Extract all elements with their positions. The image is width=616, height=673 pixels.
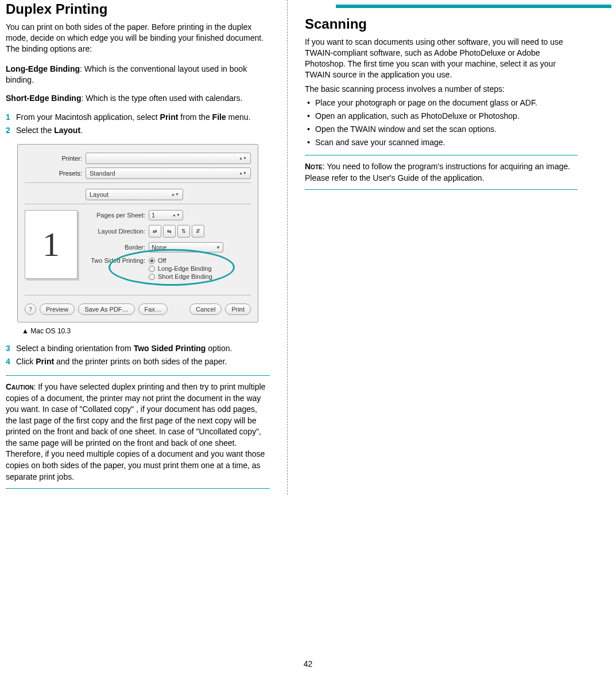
caution-rule-bottom [6, 488, 270, 489]
pdf-label: Save As PDF… [84, 306, 128, 313]
footer-left: ? Preview Save As PDF… Fax… [25, 304, 168, 315]
footer-right: Cancel Print [189, 304, 251, 315]
radio-long-label: Long-Edge Binding [158, 265, 212, 272]
two-sided-row: Two Sided Printing: Off Long-Edge Bindin… [86, 257, 251, 281]
step-1e: menu. [226, 112, 251, 122]
save-pdf-button[interactable]: Save As PDF… [78, 304, 134, 315]
short-edge-label: Short-Edge Binding [6, 94, 81, 103]
dir-btn-4[interactable]: ⇵ [192, 225, 204, 238]
step-1d: File [212, 112, 226, 122]
updown-icon: ▲▼ [171, 190, 179, 199]
long-edge-label: Long-Edge Binding [6, 64, 80, 73]
radio-short-label: Short Edge Binding [158, 273, 212, 280]
step-1b: Print [160, 112, 179, 122]
step-4c: and the printer prints on both sides of … [54, 357, 227, 366]
presets-select[interactable]: Standard ▲▼ [86, 168, 251, 179]
page-preview: 1 [25, 210, 78, 279]
scanning-p1: If you want to scan documents using othe… [305, 37, 578, 80]
short-edge-text: : Which is the type often used with cale… [81, 94, 242, 103]
step-2b: Layout [54, 126, 80, 135]
step-4: 4 Click Print and the printer prints on … [6, 356, 270, 367]
section-row: Layout ▲▼ [25, 189, 251, 200]
intro-text: You can print on both sides of the paper… [6, 22, 270, 55]
steps-list-b: 3 Select a binding orientation from Two … [6, 343, 270, 367]
dialog-body: 1 Pages per Sheet: 1 ▲▼ Layout Direction… [25, 210, 251, 286]
note-block: Note: You need to follow the program's i… [305, 161, 578, 184]
heading-scanning: Scanning [305, 16, 578, 32]
bullet-2: Open an application, such as PhotoDeluxe… [305, 111, 578, 122]
caution-rule-top [6, 375, 270, 376]
step-4b: Print [36, 357, 54, 366]
caution-block: Caution: If you have selected duplex pri… [6, 382, 270, 483]
dir-btn-2[interactable]: ⇆ [163, 225, 176, 238]
step-2: 2 Select the Layout. [6, 125, 270, 136]
note-text: : You need to follow the program's instr… [305, 162, 570, 182]
left-column: Duplex Printing You can print on both si… [6, 0, 278, 495]
bullet-4: Scan and save your scanned image. [305, 137, 578, 148]
section-value: Layout [90, 191, 109, 198]
fax-button[interactable]: Fax… [138, 304, 168, 315]
print-dialog: Printer: ▲▼ Presets: Standard ▲▼ Layout … [17, 144, 258, 322]
bullet-3: Open the TWAIN window and set the scan o… [305, 124, 578, 135]
cancel-button[interactable]: Cancel [189, 304, 222, 315]
separator [25, 204, 251, 204]
help-icon: ? [29, 306, 32, 313]
dir-btn-1[interactable]: ⇄ [149, 225, 161, 238]
step-3a: Select a binding orientation from [16, 344, 134, 353]
help-button[interactable]: ? [25, 304, 36, 315]
preview-button[interactable]: Preview [40, 304, 75, 315]
steps-list-a: 1 From your Macintosh application, selec… [6, 112, 270, 136]
print-button[interactable]: Print [225, 304, 251, 315]
radio-off-row[interactable]: Off [149, 257, 212, 264]
long-edge-binding: Long-Edge Binding: Which is the conventi… [6, 64, 270, 85]
separator [25, 182, 251, 183]
step-1: 1 From your Macintosh application, selec… [6, 112, 270, 123]
step-1c: from the [178, 112, 212, 122]
pps-row: Pages per Sheet: 1 ▲▼ [86, 210, 251, 220]
note-rule-bottom [305, 189, 578, 190]
printer-select[interactable]: ▲▼ [86, 153, 251, 164]
pps-select[interactable]: 1 ▲▼ [149, 210, 183, 220]
dir-btn-3[interactable]: ⇅ [177, 225, 190, 238]
updown-icon: ▲▼ [239, 154, 247, 162]
step-num-1: 1 [6, 112, 10, 123]
border-select[interactable]: None ▼ [149, 242, 223, 252]
print-label: Print [231, 306, 245, 313]
layout-options: Pages per Sheet: 1 ▲▼ Layout Direction: … [86, 210, 251, 286]
note-label: Note [305, 162, 323, 171]
page-number: 42 [0, 659, 616, 668]
column-divider [287, 0, 288, 495]
step-num-4: 4 [6, 356, 10, 367]
presets-row: Presets: Standard ▲▼ [25, 168, 251, 179]
fax-label: Fax… [145, 306, 161, 313]
dialog-footer: ? Preview Save As PDF… Fax… Cancel Print [25, 304, 251, 315]
radio-off-label: Off [158, 257, 166, 264]
radio-short-row[interactable]: Short Edge Binding [149, 273, 212, 280]
radio-icon [149, 258, 155, 264]
short-edge-binding: Short-Edge Binding: Which is the type of… [6, 93, 270, 104]
border-label: Border: [86, 244, 149, 251]
border-row: Border: None ▼ [86, 242, 251, 252]
step-4a: Click [16, 357, 36, 366]
caution-text: : If you have selected duplex printing a… [6, 382, 265, 481]
scanning-p2: The basic scanning process involves a nu… [305, 84, 578, 95]
step-num-2: 2 [6, 125, 10, 136]
radio-icon [149, 274, 155, 280]
presets-label: Presets: [25, 170, 86, 177]
section-select[interactable]: Layout ▲▼ [86, 189, 183, 200]
caution-label: Caution [6, 382, 33, 391]
bullet-1: Place your photograph or page on the doc… [305, 98, 578, 108]
dialog-caption: ▲ Mac OS 10.3 [22, 327, 270, 335]
printer-row: Printer: ▲▼ [25, 153, 251, 164]
step-3: 3 Select a binding orientation from Two … [6, 343, 270, 354]
note-rule-top [305, 155, 578, 155]
cancel-label: Cancel [196, 306, 215, 313]
direction-buttons: ⇄ ⇆ ⇅ ⇵ [149, 225, 204, 238]
updown-icon: ▲▼ [172, 211, 180, 219]
printer-label: Printer: [25, 155, 86, 162]
radio-long-row[interactable]: Long-Edge Binding [149, 265, 212, 272]
step-3b: Two Sided Printing [134, 344, 206, 353]
heading-duplex: Duplex Printing [6, 1, 270, 17]
two-sided-radios: Off Long-Edge Binding Short Edge Binding [149, 257, 212, 281]
two-sided-label: Two Sided Printing: [86, 257, 149, 264]
